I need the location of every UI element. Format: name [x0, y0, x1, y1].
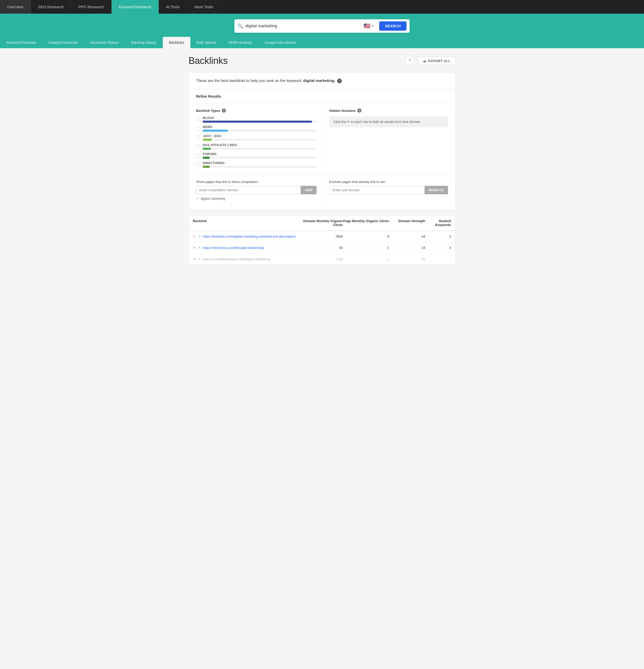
external-link-icon-3: ↗ — [198, 257, 201, 261]
domain-strength-1: 44 — [389, 234, 425, 238]
news-bar — [203, 130, 228, 132]
affiliate-checkbox[interactable] — [196, 145, 200, 149]
competitors-label: Show pages that link to these competitor… — [196, 180, 317, 184]
backlink-cell-2: ✕ ↗ https://cleverlucy.com/thought-leade… — [193, 246, 296, 250]
info-text: These are the best backlinks to help you… — [196, 79, 448, 83]
subnav-related-keywords[interactable]: Related Keywords — [43, 37, 84, 48]
gov-edu-label: .GOV / .EDU — [203, 134, 317, 138]
nav-more-tools[interactable]: More Tools — [187, 0, 221, 14]
news-checkbox[interactable] — [196, 127, 200, 131]
page-monthly-2: 1 — [343, 246, 389, 250]
exclude-section: Exclude pages that already link to me: R… — [322, 176, 448, 204]
search-bar: 🔍 🇺🇸 ▾ SEARCH — [234, 19, 410, 33]
header-actions: ? ☁ EXPORT ALL — [405, 56, 455, 66]
blogs-bar-wrap — [203, 120, 317, 123]
competitor-tag-label: digital marketing — [201, 197, 225, 200]
exclude-input-row: REMOVE — [329, 186, 448, 194]
download-icon: ☁ — [423, 59, 426, 63]
backlink-url-3[interactable]: https://ckcreativestudio.com/digital-mar… — [203, 257, 270, 261]
domain-strength-2: 24 — [389, 246, 425, 250]
export-button[interactable]: ☁ EXPORT ALL — [418, 57, 455, 65]
th-page-monthly: Page Monthly Organic Clicks — [343, 219, 389, 227]
search-button[interactable]: SEARCH — [379, 22, 407, 31]
top-navigation: Overview SEO Research PPC Research Keywo… — [0, 0, 644, 14]
nav-keyword-research[interactable]: Keyword Research — [112, 0, 159, 14]
chevron-down-icon: ▾ — [372, 24, 374, 28]
page-header: Backlinks ? ☁ EXPORT ALL — [189, 55, 455, 66]
backlink-cell-3: ✕ ↗ https://ckcreativestudio.com/digital… — [193, 257, 296, 261]
gov-edu-checkbox[interactable] — [196, 136, 200, 140]
info-help-icon[interactable]: ? — [337, 79, 342, 83]
competitors-input-row: ADD — [196, 186, 317, 194]
subnav-google-ads-advisor[interactable]: Google Ads Advisor — [258, 37, 302, 48]
backlink-types-help-icon[interactable]: ? — [222, 109, 226, 113]
th-ranked-keywords: Ranked Keywords — [425, 219, 451, 227]
forums-label: FORUMS — [203, 152, 317, 156]
subnav-serp-analysis[interactable]: SERP Analysis — [222, 37, 258, 48]
directories-bar — [203, 166, 210, 168]
hide-domain-button-3[interactable]: ✕ — [193, 257, 196, 261]
keyword-highlight: digital marketing. — [303, 79, 335, 83]
backlink-url-1[interactable]: https://workello.com/digital-marketing-a… — [203, 234, 296, 238]
type-directories: DIRECTORIES — [196, 161, 317, 168]
page-monthly-1: 8 — [343, 234, 389, 238]
country-selector[interactable]: 🇺🇸 ▾ — [360, 23, 377, 29]
th-domain-strength: Domain Strength — [389, 219, 425, 227]
help-button[interactable]: ? — [405, 56, 415, 66]
table-row: ✕ ↗ https://workello.com/digital-marketi… — [189, 231, 455, 242]
domain-monthly-2: 60 — [296, 246, 343, 250]
subnav-keyword-overview[interactable]: Keyword Overview — [0, 37, 43, 48]
nav-ppc-research[interactable]: PPC Research — [71, 0, 112, 14]
news-bar-wrap — [203, 130, 317, 132]
table-row: ✕ ↗ https://ckcreativestudio.com/digital… — [189, 254, 455, 265]
export-label: EXPORT ALL — [428, 59, 451, 63]
nav-seo-research[interactable]: SEO Research — [31, 0, 71, 14]
nav-ai-tools[interactable]: AI Tools — [159, 0, 187, 14]
hidden-domains-help-icon[interactable]: ? — [357, 109, 362, 113]
type-affiliate: HAS AFFILIATE LINKS — [196, 143, 317, 150]
forums-bar — [203, 157, 210, 159]
search-input[interactable] — [245, 24, 360, 29]
affiliate-label: HAS AFFILIATE LINKS — [203, 143, 317, 147]
table-header: Backlink Domain Monthly Organic Clicks P… — [189, 215, 455, 231]
competitor-input[interactable] — [196, 186, 301, 194]
search-section: 🔍 🇺🇸 ▾ SEARCH Keyword Overview Related K… — [0, 14, 644, 48]
page-title: Backlinks — [189, 55, 228, 66]
backlink-types-label: Backlink Types ? — [196, 109, 317, 113]
directories-checkbox[interactable] — [196, 162, 200, 167]
competitors-section: Show pages that link to these competitor… — [196, 176, 322, 204]
th-domain-monthly: Domain Monthly Organic Clicks — [296, 219, 343, 227]
subnav-backlinks[interactable]: Backlinks — [163, 37, 190, 48]
news-label: NEWS — [203, 125, 317, 129]
ranked-keywords-2: 4 — [425, 246, 451, 250]
hidden-domains-panel: Hidden Domains ? Click the ✕ in each row… — [322, 103, 448, 175]
blogs-bar — [203, 120, 312, 123]
filter-grid: Show pages that link to these competitor… — [196, 175, 448, 204]
forums-checkbox[interactable] — [196, 154, 200, 158]
type-forums: FORUMS — [196, 152, 317, 159]
table-row: ✕ ↗ https://cleverlucy.com/thought-leade… — [189, 242, 455, 254]
exclude-input[interactable] — [329, 186, 425, 194]
nav-overview[interactable]: Overview — [0, 0, 31, 14]
refine-grid: Backlink Types ? BLOGS NEWS — [196, 103, 448, 175]
hide-domain-button-1[interactable]: ✕ — [193, 234, 196, 238]
directories-label: DIRECTORIES — [203, 161, 317, 165]
ranked-keywords-1: 3 — [425, 234, 451, 238]
remove-domain-button[interactable]: REMOVE — [425, 186, 448, 194]
backlink-url-2[interactable]: https://cleverlucy.com/thought-leadershi… — [203, 246, 264, 250]
exclude-label: Exclude pages that already link to me: — [329, 180, 448, 184]
page-monthly-3: 1 — [343, 257, 389, 261]
gov-edu-bar-wrap — [203, 139, 317, 141]
subnav-advertiser-history[interactable]: Advertiser History — [84, 37, 125, 48]
subnav-bulk-upload[interactable]: Bulk Upload — [190, 37, 222, 48]
type-news: NEWS — [196, 125, 317, 132]
blogs-checkbox[interactable] — [196, 117, 200, 122]
sub-navigation: Keyword Overview Related Keywords Advert… — [0, 37, 644, 48]
domain-monthly-1: 280k — [296, 234, 343, 238]
affiliate-bar-wrap — [203, 148, 317, 150]
subnav-ranking-history[interactable]: Ranking History — [125, 37, 163, 48]
flag-icon: 🇺🇸 — [364, 23, 370, 29]
add-competitor-button[interactable]: ADD — [301, 186, 317, 194]
hide-domain-button-2[interactable]: ✕ — [193, 246, 196, 250]
affiliate-bar — [203, 148, 211, 150]
